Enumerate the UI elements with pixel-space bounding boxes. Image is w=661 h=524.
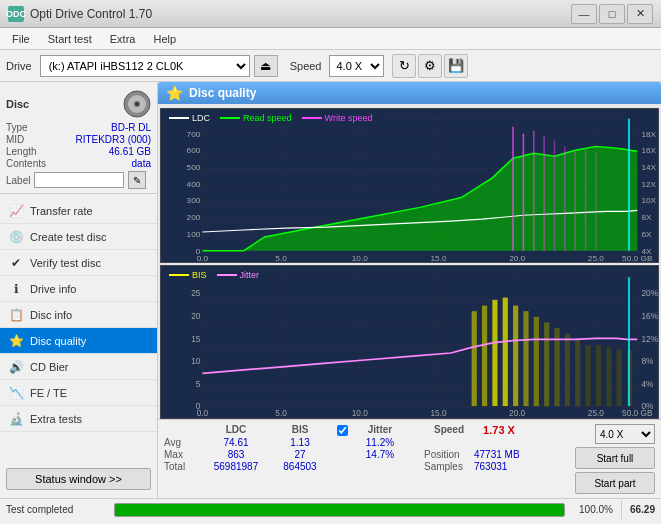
svg-text:200: 200 [187,213,201,222]
sidebar-item-label: Extra tests [30,413,82,425]
status-divider [621,501,622,519]
create-test-disc-icon: 💿 [8,229,24,245]
quality-panel-header: ⭐ Disc quality [158,82,661,104]
svg-rect-102 [586,345,591,406]
sidebar-item-cd-bier[interactable]: 🔊 CD Bier [0,354,157,380]
speed-label: Speed [290,60,322,72]
legend-read-speed: Read speed [220,113,292,123]
quality-header-icon: ⭐ [166,85,183,101]
sidebar-item-transfer-rate[interactable]: 📈 Transfer rate [0,198,157,224]
svg-text:10.0: 10.0 [352,407,368,417]
disc-type-label: Type [6,122,28,133]
toolbar-icons: ↻ ⚙ 💾 [392,54,468,78]
toolbar-settings-button[interactable]: ⚙ [418,54,442,78]
disc-panel-title: Disc [6,98,29,110]
quality-header-title: Disc quality [189,86,256,100]
minimize-button[interactable]: — [571,4,597,24]
legend-write-speed-label: Write speed [325,113,373,123]
start-part-button[interactable]: Start part [575,472,655,494]
sidebar-item-label: Create test disc [30,231,106,243]
menu-extra[interactable]: Extra [102,31,144,47]
sidebar-item-fe-te[interactable]: 📉 FE / TE [0,380,157,406]
chart-bis-jitter: BIS Jitter [160,265,659,420]
nav-items: 📈 Transfer rate 💿 Create test disc ✔ Ver… [0,198,157,432]
disc-label-input[interactable] [34,172,124,188]
svg-text:20: 20 [191,310,200,320]
svg-rect-103 [596,345,601,406]
disc-type-value: BD-R DL [111,122,151,133]
status-score: 66.29 [630,504,655,515]
eject-button[interactable]: ⏏ [254,55,278,77]
disc-type-row: Type BD-R DL [6,122,151,133]
menu-start-test[interactable]: Start test [40,31,100,47]
svg-text:10: 10 [191,355,200,365]
chart-ldc-speed: LDC Read speed Write speed [160,108,659,263]
svg-text:20.0: 20.0 [509,254,526,262]
disc-label-label: Label [6,175,30,186]
samples-value: 763031 [474,461,534,472]
total-jitter [350,461,410,472]
sidebar: Disc Type BD-R DL MID RITEKDR3 (000) Len… [0,82,158,498]
svg-text:16%: 16% [641,310,658,320]
toolbar: Drive (k:) ATAPI iHBS112 2 CL0K ⏏ Speed … [0,50,661,82]
svg-text:0.0: 0.0 [197,254,209,262]
disc-contents-label: Contents [6,158,46,169]
speed-label-header: Speed [424,424,474,436]
avg-label: Avg [164,437,202,448]
close-button[interactable]: ✕ [627,4,653,24]
svg-text:10X: 10X [641,197,656,206]
menu-file[interactable]: File [4,31,38,47]
sidebar-item-disc-info[interactable]: 📋 Disc info [0,302,157,328]
svg-text:16X: 16X [641,146,656,155]
maximize-button[interactable]: □ [599,4,625,24]
svg-text:15.0: 15.0 [430,254,447,262]
progress-bar-container [114,503,565,517]
speed-value: 1.73 X [474,424,524,436]
sidebar-item-label: Transfer rate [30,205,93,217]
svg-text:12X: 12X [641,180,656,189]
svg-rect-100 [565,333,570,405]
title-bar: ODC Opti Drive Control 1.70 — □ ✕ [0,0,661,28]
max-ldc: 863 [202,449,270,460]
window-controls: — □ ✕ [571,4,653,24]
svg-rect-97 [534,316,539,405]
sidebar-item-label: CD Bier [30,361,69,373]
svg-rect-104 [606,347,611,406]
drive-select[interactable]: (k:) ATAPI iHBS112 2 CL0K [40,55,250,77]
svg-rect-101 [575,339,580,406]
sidebar-item-verify-test-disc[interactable]: ✔ Verify test disc [0,250,157,276]
disc-label-edit-button[interactable]: ✎ [128,171,146,189]
extra-tests-icon: 🔬 [8,411,24,427]
sidebar-item-label: Verify test disc [30,257,101,269]
cd-bier-icon: 🔊 [8,359,24,375]
sidebar-item-disc-quality[interactable]: ⭐ Disc quality [0,328,157,354]
sidebar-item-extra-tests[interactable]: 🔬 Extra tests [0,406,157,432]
svg-text:25: 25 [191,288,200,298]
svg-text:25.0: 25.0 [588,254,605,262]
toolbar-save-button[interactable]: 💾 [444,54,468,78]
samples-label: Samples [424,461,474,472]
disc-icon [123,90,151,118]
stats-speed-select[interactable]: 4.0 X 2.0 X 1.0 X [595,424,655,444]
disc-mid-row: MID RITEKDR3 (000) [6,134,151,145]
status-window-button[interactable]: Status window >> [6,468,151,490]
avg-bis: 1.13 [270,437,330,448]
svg-rect-95 [513,305,518,406]
svg-text:14X: 14X [641,163,656,172]
sidebar-item-create-test-disc[interactable]: 💿 Create test disc [0,224,157,250]
chart2-svg: 0 5 10 15 20 25 30 0% 4% 8% 12% 16% 20% … [161,266,658,419]
start-full-button[interactable]: Start full [575,447,655,469]
svg-text:5: 5 [196,378,201,388]
col-jitter-header: Jitter [350,424,410,436]
disc-panel-header: Disc [6,90,151,118]
jitter-checkbox[interactable] [337,425,348,436]
col-bis-header: BIS [270,424,330,436]
svg-text:15.0: 15.0 [430,407,446,417]
svg-text:50.0 GB: 50.0 GB [622,407,653,417]
toolbar-refresh-button[interactable]: ↻ [392,54,416,78]
svg-text:8X: 8X [641,213,652,222]
sidebar-item-drive-info[interactable]: ℹ Drive info [0,276,157,302]
speed-select[interactable]: 4.0 X 2.0 X 1.0 X [329,55,384,77]
bis-color [169,274,189,276]
menu-help[interactable]: Help [145,31,184,47]
